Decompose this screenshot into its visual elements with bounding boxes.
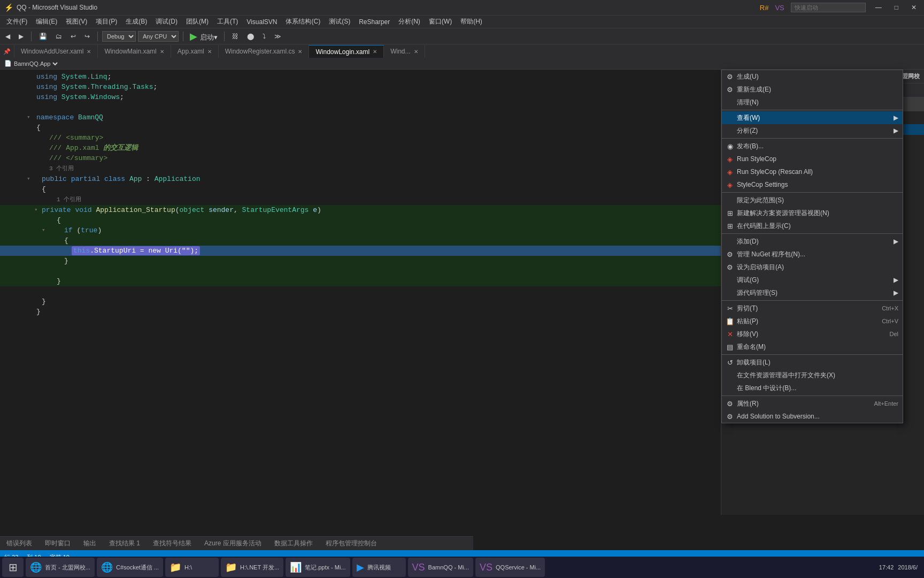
toolbar-forward[interactable]: ▶ (16, 32, 27, 41)
bottom-tab-findsym[interactable]: 查找符号结果 (147, 537, 198, 550)
menu-item[interactable]: VisualSVN (242, 17, 281, 27)
cm-scope[interactable]: 限定为此范围(S) (722, 194, 903, 207)
tab-close[interactable]: ✕ (207, 49, 212, 55)
toolbar-more[interactable]: ≫ (271, 32, 284, 41)
taskbar-qqservice[interactable]: VS QQService - Mi... (475, 558, 545, 577)
cm-source-control[interactable]: 源代码管理(S) ▶ (722, 286, 903, 299)
menu-item[interactable]: 文件(F) (2, 16, 32, 27)
taskbar-dotnet[interactable]: 📁 H:\.NET 开发... (221, 558, 283, 577)
menu-item[interactable]: 调试(D) (151, 16, 182, 27)
toolbar-save-all[interactable]: 🗂 (52, 32, 65, 41)
cm-rename[interactable]: ▤ 重命名(M) (722, 340, 903, 353)
cm-subversion[interactable]: ⚙ Add Solution to Subversion... (722, 410, 903, 423)
cm-open-folder[interactable]: 在文件资源管理器中打开文件夹(X) (722, 369, 903, 382)
fold-icon[interactable]: ▾ (27, 225, 42, 235)
toolbar-redo[interactable]: ↪ (81, 32, 93, 41)
cm-nuget[interactable]: ⚙ 管理 NuGet 程序包(N)... (722, 248, 903, 261)
cm-debug[interactable]: 调试(G) ▶ (722, 273, 903, 286)
code-editor[interactable]: using System.Linq; using System.Threadin… (0, 70, 721, 515)
toolbar-undo[interactable]: ↩ (67, 32, 79, 41)
tab-app-xaml[interactable]: App.xaml ✕ (171, 45, 219, 58)
cm-build[interactable]: ⚙ 生成(U) (722, 70, 903, 83)
cm-rebuild[interactable]: ⚙ 重新生成(E) (722, 83, 903, 96)
menu-item[interactable]: 体系结构(C) (281, 16, 325, 27)
bottom-tab-pkg[interactable]: 程序包管理控制台 (319, 537, 383, 550)
cm-blend-design[interactable]: 在 Blend 中设计(B)... (722, 382, 903, 394)
cm-add[interactable]: 添加(D) ▶ (722, 235, 903, 248)
bottom-tab-errors[interactable]: 错误列表 (0, 537, 38, 550)
tab-close[interactable]: ✕ (87, 49, 91, 55)
stylecop-rescan-icon: ◈ (725, 168, 735, 176)
debug-mode-dropdown[interactable]: Debug (102, 31, 136, 42)
menu-item[interactable]: 团队(M) (182, 16, 213, 27)
tab-wind[interactable]: Wind... ✕ (384, 45, 425, 58)
tab-close[interactable]: ✕ (414, 49, 418, 55)
tab-windowlogin[interactable]: WindowLogin.xaml ✕ (309, 45, 384, 58)
taskbar-pptx[interactable]: 📊 笔记.pptx - Mi... (286, 558, 350, 577)
menu-item[interactable]: 项目(P) (91, 16, 121, 27)
quick-launch-input[interactable] (791, 3, 866, 12)
bottom-tab-find1[interactable]: 查找结果 1 (103, 537, 147, 550)
maximize-button[interactable]: □ (891, 4, 902, 11)
taskbar-bamnqq[interactable]: VS BamnQQ - Mi... (408, 558, 473, 577)
cm-item-label: 粘贴(P) (737, 317, 871, 326)
menu-item[interactable]: 分析(N) (394, 16, 425, 27)
taskbar-explorer[interactable]: 📁 H:\ (165, 558, 219, 577)
taskbar-chrome-2[interactable]: 🌐 C#socket通信 ... (97, 558, 163, 577)
breadcrumb-dropdown[interactable]: BamnQQ.App (12, 60, 59, 67)
platform-dropdown[interactable]: Any CPU (138, 31, 179, 42)
cm-item-label: 剪切(T) (737, 304, 871, 313)
cm-publish[interactable]: ◉ 发布(B)... (722, 140, 903, 153)
toolbar-back[interactable]: ◀ (2, 32, 13, 41)
toolbar-attach[interactable]: ⛓ (229, 32, 242, 41)
menu-item[interactable]: 测试(S) (325, 16, 355, 27)
cm-cut[interactable]: ✂ 剪切(T) Ctrl+X (722, 302, 903, 315)
taskbar-chrome-1[interactable]: 🌐 首页 - 北盟网校... (26, 558, 95, 577)
cm-properties[interactable]: ⚙ 属性(R) Alt+Enter (722, 397, 903, 410)
toolbar-step[interactable]: ⤵ (259, 32, 269, 41)
taskbar-tencent[interactable]: ▶ 腾讯视频 (352, 558, 406, 577)
menu-item[interactable]: 帮助(H) (456, 16, 487, 27)
cm-stylecop-settings[interactable]: ◈ StyleCop Settings (722, 178, 903, 191)
tab-close[interactable]: ✕ (160, 49, 164, 55)
cm-paste[interactable]: 📋 粘贴(P) Ctrl+V (722, 315, 903, 328)
tab-windowregister[interactable]: WindowRegister.xaml.cs ✕ (219, 45, 310, 58)
toolbar-breakpoint[interactable]: ⬤ (244, 32, 257, 41)
cm-item-label: 重命名(M) (737, 343, 898, 352)
tab-close[interactable]: ✕ (298, 49, 302, 55)
menu-item[interactable]: 视图(V) (61, 16, 91, 27)
cm-new-se-view[interactable]: ⊞ 新建解决方案资源管理器视图(N) (722, 207, 903, 219)
start-button[interactable]: ▶ 启动▾ (188, 31, 220, 42)
cm-analyze[interactable]: 分析(Z) ▶ (722, 124, 903, 137)
menu-item[interactable]: 编辑(E) (32, 16, 61, 27)
tab-pin[interactable]: 📌 (0, 45, 14, 58)
minimize-button[interactable]: — (872, 4, 885, 11)
fold-icon[interactable]: ▾ (27, 205, 34, 215)
cm-view[interactable]: 查看(W) ▶ (722, 111, 903, 124)
close-button[interactable]: ✕ (908, 4, 920, 11)
bottom-tab-output[interactable]: 输出 (77, 537, 103, 550)
bottom-tab-datatools[interactable]: 数据工具操作 (268, 537, 319, 550)
menu-item[interactable]: 窗口(W) (425, 16, 456, 27)
chrome-icon: 🌐 (30, 561, 42, 573)
cm-run-stylecop-rescan[interactable]: ◈ Run StyleCop (Rescan All) (722, 165, 903, 178)
menu-item[interactable]: ReSharper (355, 17, 394, 27)
fold-icon[interactable]: ▾ (27, 174, 34, 184)
cm-clean[interactable]: 清理(N) (722, 96, 903, 109)
bottom-tab-azure[interactable]: Azure 应用服务活动 (198, 537, 268, 550)
toolbar-save[interactable]: 💾 (36, 32, 50, 41)
cm-item-label: 在 Blend 中设计(B)... (737, 384, 898, 393)
cm-set-startup[interactable]: ⚙ 设为启动项目(A) (722, 261, 903, 273)
fold-icon[interactable]: ▾ (27, 112, 34, 123)
menu-item[interactable]: 工具(T) (213, 16, 242, 27)
cm-code-map[interactable]: ⊞ 在代码图上显示(C) (722, 219, 903, 232)
cm-remove[interactable]: ✕ 移除(V) Del (722, 328, 903, 340)
bottom-tab-immediate[interactable]: 即时窗口 (38, 537, 77, 550)
tab-windowmain[interactable]: WindowMain.xaml ✕ (98, 45, 171, 58)
taskbar-start[interactable]: ⊞ (2, 558, 24, 577)
tab-close[interactable]: ✕ (373, 49, 377, 55)
menu-item[interactable]: 生成(B) (121, 16, 151, 27)
cm-unload[interactable]: ↺ 卸载项目(L) (722, 356, 903, 369)
tab-windowadduser[interactable]: WindowAddUser.xaml ✕ (14, 45, 98, 58)
cm-run-stylecop[interactable]: ◈ Run StyleCop (722, 153, 903, 165)
